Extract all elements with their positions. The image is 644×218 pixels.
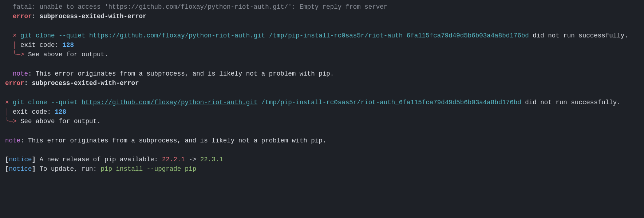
error-colon: : bbox=[32, 13, 36, 20]
cmd-git-2: git clone --quiet bbox=[13, 99, 78, 106]
exit-code: 128 bbox=[63, 41, 74, 49]
arrow-sep: -> bbox=[189, 156, 196, 163]
notice-1a: A new release of pip available: bbox=[40, 156, 158, 163]
pipe-char-2: │ bbox=[5, 108, 9, 116]
git-url: https://github.com/floxay/python-riot-au… bbox=[89, 32, 265, 39]
note-label-2: note bbox=[5, 137, 20, 144]
error-msg-2: subprocess-exited-with-error bbox=[32, 80, 139, 87]
note-text-2: This error originates from a subprocess,… bbox=[28, 137, 326, 144]
terminal-output: fatal: unable to access 'https://github.… bbox=[5, 2, 639, 174]
see-above-2: See above for output. bbox=[20, 118, 101, 125]
see-above: See above for output. bbox=[28, 51, 108, 58]
error-label-2: error bbox=[5, 80, 24, 87]
notice-2a: To update, run: bbox=[40, 165, 97, 173]
exit-label-2: exit code: bbox=[13, 108, 51, 116]
git-path: /tmp/pip-install-rc0sas5r/riot-auth_6fa1… bbox=[269, 32, 529, 39]
git-path-2: /tmp/pip-install-rc0sas5r/riot-auth_6fa1… bbox=[261, 99, 521, 106]
upgrade-cmd: pip install --upgrade pip bbox=[101, 165, 197, 173]
cmd-git: git clone --quiet bbox=[20, 32, 86, 39]
arrow-char: ╰─> bbox=[13, 51, 24, 58]
new-version: 22.3.1 bbox=[200, 156, 223, 163]
notice-label-2: notice bbox=[9, 165, 32, 173]
old-version: 22.2.1 bbox=[162, 156, 185, 163]
git-url-2: https://github.com/floxay/python-riot-au… bbox=[82, 99, 257, 106]
fatal-line: fatal: unable to access 'https://github.… bbox=[5, 3, 387, 11]
not-success: did not run successfully. bbox=[529, 32, 628, 39]
bracket-open-2: [ bbox=[5, 165, 9, 173]
cross-icon-2: × bbox=[5, 99, 9, 106]
note-label: note bbox=[13, 70, 28, 77]
not-success-2: did not run successfully. bbox=[521, 99, 621, 106]
error-msg: subprocess-exited-with-error bbox=[40, 13, 147, 20]
exit-code-2: 128 bbox=[55, 108, 67, 116]
exit-label: exit code: bbox=[20, 41, 59, 49]
arrow-char-2: ╰─> bbox=[5, 118, 17, 125]
error-label: error bbox=[13, 13, 32, 20]
note-text: This error originates from a subprocess,… bbox=[36, 70, 334, 77]
cross-icon: × bbox=[13, 32, 17, 39]
bracket-open: [ bbox=[5, 156, 9, 163]
pipe-char: │ bbox=[13, 41, 17, 49]
notice-label: notice bbox=[9, 156, 32, 163]
